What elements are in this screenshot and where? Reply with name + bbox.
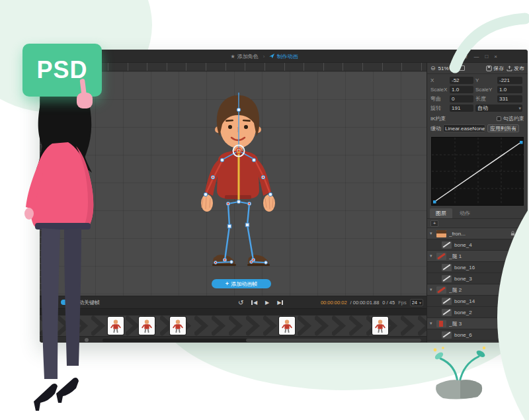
property-label: 弯曲 (430, 95, 448, 103)
layer-thumbnail-icon (442, 309, 452, 316)
ruler-label (304, 63, 305, 71)
keyframe-thumbnail[interactable] (372, 317, 388, 335)
previous-frame-button[interactable]: ◀ (251, 300, 257, 306)
scrollbar-thumb[interactable] (246, 339, 421, 342)
tab-make-animation-label: 制作动画 (276, 53, 298, 60)
add-layer-button[interactable]: + (430, 220, 438, 227)
ruler-label (382, 63, 384, 71)
caret-down-icon[interactable]: ▾ (430, 321, 434, 326)
layer-thumbnail-icon (436, 286, 446, 294)
keyframe-thumbnail[interactable] (170, 317, 186, 335)
ik-check-label: 勾选约束 (503, 115, 524, 122)
layer-thumbnail-icon (436, 320, 446, 327)
add-animation-frame-label: 添加动画帧 (231, 280, 257, 288)
ruler-label (264, 63, 266, 71)
frame-ratio: 0 / 45 (382, 300, 395, 306)
property-label: 长度 (475, 95, 495, 103)
caret-down-icon[interactable]: ▾ (430, 287, 434, 292)
plant-decoration (423, 343, 496, 405)
tab-actions[interactable]: 动作 (454, 208, 476, 218)
layer-name: _fron... (449, 231, 508, 237)
easing-curve-editor[interactable] (431, 137, 524, 206)
property-input[interactable]: 331 (497, 95, 522, 103)
layer-name: _腿 1 (449, 253, 508, 260)
mini-character-icon (171, 318, 184, 334)
right-heel-shoe (56, 378, 79, 403)
left-hand (201, 194, 213, 212)
layer-thumbnail-icon (442, 275, 452, 282)
property-input[interactable]: 自动 (475, 105, 522, 112)
layer-name: bone_3 (454, 276, 508, 282)
easing-dropdown[interactable]: Linear.easeNone▾ (443, 124, 485, 132)
layer-thumbnail-icon (436, 230, 446, 237)
layer-thumbnail-icon (442, 241, 452, 249)
property-label: X (430, 77, 448, 83)
foot-bones[interactable] (216, 262, 266, 263)
scrollbar-track[interactable] (102, 339, 421, 342)
property-input[interactable]: -52 (450, 77, 473, 84)
property-label: 旋转 (430, 105, 448, 112)
left-leg-bones[interactable] (225, 204, 229, 260)
rigged-character[interactable] (192, 91, 291, 290)
stone-shadow (460, 380, 482, 398)
ruler-label (343, 63, 344, 71)
property-input[interactable]: -221 (497, 77, 522, 84)
property-input[interactable]: 191 (450, 105, 473, 112)
ruler-label (245, 63, 246, 71)
transform-properties: X -52 Y -221 ScaleX 1.0 ScaleY 1.0 弯曲 0 (427, 74, 528, 114)
caret-down-icon[interactable]: ▾ (430, 231, 434, 236)
right-eye (244, 125, 248, 129)
plant-bud (434, 349, 437, 352)
easing-row: 缓动 Linear.easeNone▾ 应用到所有 (427, 124, 528, 134)
zoom-out-button[interactable]: ⊖ (430, 65, 436, 71)
apply-to-all-button[interactable]: 应用到所有 (487, 124, 519, 132)
play-button[interactable]: ▶ (265, 300, 269, 306)
property-input[interactable]: 0 (450, 95, 473, 103)
ruler-label (225, 63, 227, 71)
ruler-label (323, 63, 325, 71)
tab-add-character[interactable]: ★ 添加角色 (231, 53, 259, 60)
ik-checkbox[interactable] (497, 116, 501, 121)
chevron-down-icon: ▾ (419, 300, 421, 305)
caret-down-icon[interactable]: ▾ (430, 253, 434, 259)
right-leg-bones[interactable] (247, 204, 253, 260)
swoosh-decoration (444, 1, 529, 74)
keyframe-thumbnail[interactable] (279, 317, 295, 335)
restart-button[interactable]: ↺ (238, 299, 243, 306)
mini-character-icon (280, 318, 294, 334)
fps-dropdown[interactable]: 24▾ (410, 299, 423, 306)
left-hand (24, 208, 34, 220)
right-pant-leg (64, 228, 81, 366)
timecode-group: 00:00:00:02 / 00:00:01.88 0 / 45 Fps 24▾ (321, 299, 423, 306)
ruler-label (284, 63, 286, 71)
tab-make-animation[interactable]: 制作动画 (269, 53, 298, 60)
plus-icon: + (225, 280, 229, 287)
property-input[interactable]: 1.0 (497, 86, 522, 93)
transport-controls: ↺ ◀ ▶ ▶ (238, 299, 283, 306)
ruler-label (147, 63, 148, 71)
add-animation-frame-button[interactable]: + 添加动画帧 (212, 279, 271, 288)
next-frame-button[interactable]: ▶ (277, 300, 283, 306)
property-row: 旋转 191 自动 (430, 105, 524, 112)
left-heel-shoe (34, 384, 58, 411)
property-input[interactable]: 1.0 (450, 86, 473, 93)
ruler-label (401, 63, 403, 71)
ruler-label (206, 63, 207, 71)
property-row: ScaleX 1.0 ScaleY 1.0 (430, 86, 524, 93)
layer-thumbnail-icon (442, 298, 452, 305)
character-star-icon: ★ (231, 54, 235, 60)
easing-curve (432, 138, 524, 205)
panel-tabs: 图层 动作 (427, 209, 528, 219)
tab-layers[interactable]: 图层 (430, 208, 452, 218)
easing-label: 缓动 (430, 125, 441, 132)
layer-name: bone_16 (454, 265, 508, 271)
total-timecode: / 00:00:01.88 (350, 300, 380, 306)
ruler-label (362, 63, 364, 71)
plant-bud (483, 347, 485, 349)
layer-thumbnail-icon (442, 331, 452, 339)
woman-illustration (10, 63, 142, 420)
property-label: ScaleX (430, 87, 448, 93)
fist (77, 93, 93, 108)
chevron-down-icon: ▾ (481, 126, 484, 132)
paper-plane-icon (269, 54, 274, 59)
